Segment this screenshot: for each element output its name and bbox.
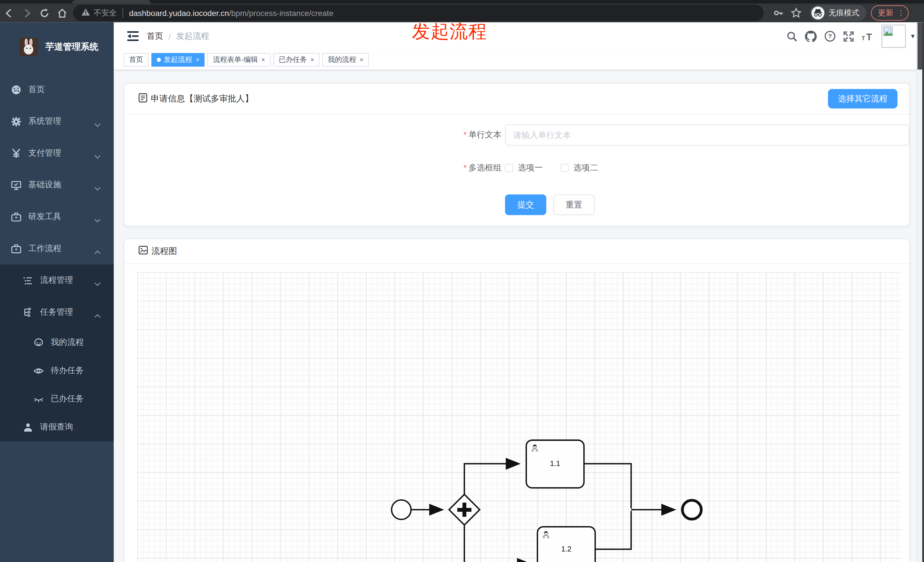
sidebar-item-my-process[interactable]: 我的流程 xyxy=(0,328,114,357)
dashboard-icon xyxy=(11,85,21,94)
required-asterisk: * xyxy=(464,130,466,139)
forward-icon[interactable] xyxy=(18,5,35,21)
sidebar-collapse-icon[interactable] xyxy=(127,30,138,42)
chevron-down-icon xyxy=(94,119,101,130)
tags-view: 首页 发起流程 × 流程表单-编辑 × 已办任务 × 我的流程 × xyxy=(114,50,924,70)
help-icon[interactable]: ? xyxy=(820,27,839,46)
github-icon[interactable] xyxy=(801,27,820,46)
avatar-caret-icon[interactable]: ▼ xyxy=(910,33,916,40)
workflow-submenu: 流程管理 任务管理 我的流程 xyxy=(0,264,114,441)
not-secure-icon xyxy=(81,8,90,18)
sidebar-item-todo-tasks[interactable]: 待办任务 xyxy=(0,357,114,385)
avatar[interactable] xyxy=(882,25,906,48)
active-tag-dot xyxy=(157,58,161,62)
toolbox-icon xyxy=(11,212,21,222)
flow-tree-icon xyxy=(23,307,33,317)
tag-close-icon[interactable]: × xyxy=(261,54,265,66)
sidebar-item-label: 待办任务 xyxy=(51,366,84,376)
diagram-header: 流程图 xyxy=(124,239,909,264)
tag-close-icon[interactable]: × xyxy=(360,54,363,66)
tag-my-process[interactable]: 我的流程 × xyxy=(322,53,369,67)
checkbox-option-1[interactable]: 选项一 xyxy=(505,163,543,173)
apply-info-title: 申请信息【测试多审批人】 xyxy=(151,93,254,104)
home-icon[interactable] xyxy=(53,5,70,21)
page-content: 申请信息【测试多审批人】 选择其它流程 *单行文本 *多选框组 选项一 xyxy=(114,70,924,562)
apply-info-header: 申请信息【测试多审批人】 选择其它流程 xyxy=(124,84,909,115)
sidebar: 芋道管理系统 首页 系统管理 支付管理 xyxy=(0,22,114,562)
update-label: 更新 xyxy=(878,8,894,18)
tag-done-tasks[interactable]: 已办任务 × xyxy=(273,53,320,67)
tag-form-edit[interactable]: 流程表单-编辑 × xyxy=(208,53,270,67)
url-host: dashboard.yudao.iocoder.cn xyxy=(129,9,229,17)
tag-label: 已办任务 xyxy=(279,54,307,66)
svg-text:T: T xyxy=(862,34,865,41)
tag-label: 发起流程 xyxy=(164,54,192,66)
browser-tab[interactable] xyxy=(72,0,151,3)
tag-close-icon[interactable]: × xyxy=(195,54,199,66)
update-button[interactable]: 更新 ⋮ xyxy=(871,5,909,21)
reset-button[interactable]: 重置 xyxy=(553,194,594,215)
sidebar-item-system[interactable]: 系统管理 xyxy=(0,105,114,137)
sidebar-item-home[interactable]: 首页 xyxy=(0,73,114,105)
reload-icon[interactable] xyxy=(35,5,53,21)
monitor-icon xyxy=(11,180,21,190)
tag-label: 流程表单-编辑 xyxy=(213,54,258,66)
chevron-down-icon xyxy=(94,278,101,289)
breadcrumb: 首页 / 发起流程 xyxy=(147,31,209,42)
sidebar-item-payment[interactable]: 支付管理 xyxy=(0,137,114,169)
url-bar[interactable]: 不安全 dashboard.yudao.iocoder.cn/bpm/proce… xyxy=(73,5,764,21)
url-path: /bpm/process-instance/create xyxy=(229,9,333,17)
sidebar-item-task-mgmt[interactable]: 任务管理 xyxy=(0,297,114,328)
top-navbar: 首页 / 发起流程 ? xyxy=(114,22,924,50)
chevron-up-icon xyxy=(94,246,101,257)
brand-row[interactable]: 芋道管理系统 xyxy=(0,22,114,74)
eye-open-icon xyxy=(34,366,44,376)
search-icon[interactable] xyxy=(783,27,801,46)
select-other-process-button[interactable]: 选择其它流程 xyxy=(828,89,897,108)
annotation-title: 发起流程 xyxy=(412,19,488,44)
checkbox-icon[interactable] xyxy=(505,164,513,172)
incognito-label: 无痕模式 xyxy=(828,8,859,18)
checkbox-option-2[interactable]: 选项二 xyxy=(560,163,598,173)
sidebar-item-label: 系统管理 xyxy=(28,116,61,127)
brand-logo xyxy=(20,37,38,56)
tag-home[interactable]: 首页 xyxy=(124,53,148,67)
sidebar-item-label: 任务管理 xyxy=(40,307,73,318)
submit-button[interactable]: 提交 xyxy=(505,194,546,215)
sidebar-item-leave-query[interactable]: 请假查询 xyxy=(0,413,114,441)
checkbox-icon[interactable] xyxy=(560,164,568,172)
checkbox-label: 选项一 xyxy=(518,163,543,173)
page: 不安全 dashboard.yudao.iocoder.cn/bpm/proce… xyxy=(0,0,924,562)
sidebar-item-label: 工作流程 xyxy=(28,243,61,254)
sidebar-item-infra[interactable]: 基础设施 xyxy=(0,169,114,201)
sidebar-item-label: 请假查询 xyxy=(40,422,73,432)
sidebar-item-done-tasks[interactable]: 已办任务 xyxy=(0,385,114,413)
sidebar-item-process-mgmt[interactable]: 流程管理 xyxy=(0,264,114,297)
tag-create-process[interactable]: 发起流程 × xyxy=(152,53,205,67)
bpmn-grid xyxy=(137,272,901,562)
briefcase-icon xyxy=(11,244,21,254)
single-line-text-input[interactable] xyxy=(505,124,909,145)
sidebar-item-label: 已办任务 xyxy=(51,394,84,404)
yen-icon xyxy=(11,148,21,158)
url-divider xyxy=(123,8,123,18)
fullscreen-icon[interactable] xyxy=(839,27,858,46)
checkbox-group: 选项一 选项二 xyxy=(505,163,616,173)
breadcrumb-home[interactable]: 首页 xyxy=(147,31,163,42)
document-icon xyxy=(138,93,147,105)
incognito-icon xyxy=(812,6,824,19)
browser-menu-icon[interactable]: ⋮ xyxy=(897,10,904,16)
bookmark-star-icon[interactable] xyxy=(787,5,805,21)
back-icon[interactable] xyxy=(0,5,18,21)
password-key-icon[interactable] xyxy=(770,5,787,21)
sidebar-item-label: 首页 xyxy=(28,84,45,95)
tag-close-icon[interactable]: × xyxy=(310,54,314,66)
text-field-label: *单行文本 xyxy=(440,130,505,140)
sidebar-item-workflow[interactable]: 工作流程 xyxy=(0,233,114,265)
chevron-down-icon xyxy=(94,151,101,161)
sidebar-item-label: 支付管理 xyxy=(28,148,61,159)
font-size-icon[interactable]: TT xyxy=(858,27,877,46)
list-tree-icon xyxy=(23,276,33,286)
sidebar-item-devtools[interactable]: 研发工具 xyxy=(0,201,114,233)
bpmn-canvas[interactable] xyxy=(137,272,901,562)
